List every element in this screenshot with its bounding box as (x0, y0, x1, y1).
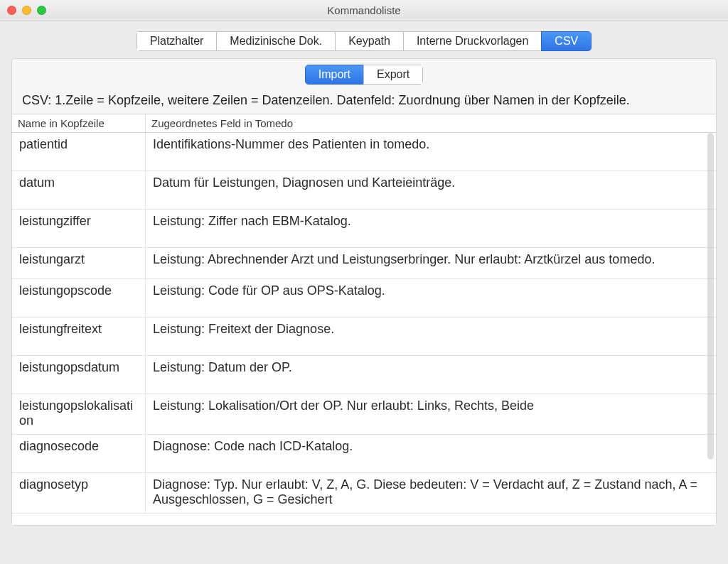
tab-platzhalter[interactable]: Platzhalter (136, 31, 217, 51)
subtab-export[interactable]: Export (363, 65, 423, 85)
table-header: Name in Kopfzeile Zugeordnetes Feld in T… (12, 114, 716, 133)
tab-medizinische-dok[interactable]: Medizinische Dok. (216, 31, 335, 51)
window-title: Kommandoliste (327, 4, 400, 16)
table-row[interactable]: leistungarzt Leistung: Abrechnender Arzt… (12, 248, 716, 279)
header-name[interactable]: Name in Kopfzeile (12, 114, 146, 132)
tab-interne-druckvorlagen[interactable]: Interne Druckvorlagen (403, 31, 541, 51)
cell-name: leistungarzt (12, 248, 146, 278)
table-row[interactable]: leistungziffer Leistung: Ziffer nach EBM… (12, 210, 716, 248)
titlebar: Kommandoliste (0, 0, 728, 21)
content-area: Platzhalter Medizinische Dok. Keypath In… (0, 21, 728, 564)
tab-keypath[interactable]: Keypath (335, 31, 403, 51)
table-row[interactable]: patientid Identifikations-Nummer des Pat… (12, 133, 716, 171)
cell-desc: Diagnose: Code nach ICD-Katalog. (146, 435, 716, 472)
cell-desc: Datum für Leistungen, Diagnosen und Kart… (146, 171, 716, 209)
window-controls (7, 6, 46, 15)
header-field[interactable]: Zugeordnetes Feld in Tomedo (146, 114, 716, 132)
window: Kommandoliste Platzhalter Medizinische D… (0, 0, 728, 564)
cell-name: leistungopsdatum (12, 356, 146, 394)
minimize-icon[interactable] (22, 6, 31, 15)
zoom-icon[interactable] (37, 6, 46, 15)
info-text: CSV: 1.Zeile = Kopfzeile, weitere Zeilen… (12, 90, 716, 114)
inner-panel: Import Export CSV: 1.Zeile = Kopfzeile, … (11, 58, 717, 526)
cell-desc: Leistung: Datum der OP. (146, 356, 716, 394)
cell-desc: Leistung: Abrechnender Arzt und Leistung… (146, 248, 716, 278)
table-row[interactable]: diagnosecode Diagnose: Code nach ICD-Kat… (12, 435, 716, 473)
cell-name: leistungziffer (12, 210, 146, 247)
table-row[interactable]: diagnosetyp Diagnose: Typ. Nur erlaubt: … (12, 473, 716, 514)
close-icon[interactable] (7, 6, 16, 15)
table-row[interactable]: datum Datum für Leistungen, Diagnosen un… (12, 171, 716, 210)
sub-tabs: Import Export (12, 65, 716, 85)
mapping-table: Name in Kopfzeile Zugeordnetes Feld in T… (12, 114, 716, 525)
scrollbar[interactable] (707, 133, 714, 460)
cell-name: leistungopslokalisation (12, 394, 146, 434)
cell-desc: Diagnose: Typ. Nur erlaubt: V, Z, A, G. … (146, 473, 716, 513)
cell-name: diagnosecode (12, 435, 146, 472)
subtab-import[interactable]: Import (305, 65, 363, 85)
cell-desc: Leistung: Ziffer nach EBM-Katalog. (146, 210, 716, 247)
cell-name: datum (12, 171, 146, 209)
cell-desc: Identifikations-Nummer des Patienten in … (146, 133, 716, 170)
cell-name: leistungfreitext (12, 318, 146, 355)
cell-name: diagnosetyp (12, 473, 146, 513)
table-body[interactable]: patientid Identifikations-Nummer des Pat… (12, 133, 716, 525)
cell-desc: Leistung: Lokalisation/Ort der OP. Nur e… (146, 394, 716, 434)
cell-name: leistungopscode (12, 279, 146, 317)
cell-desc: Leistung: Freitext der Diagnose. (146, 318, 716, 355)
cell-name: patientid (12, 133, 146, 170)
table-row[interactable]: leistungopscode Leistung: Code für OP au… (12, 279, 716, 318)
main-tabs: Platzhalter Medizinische Dok. Keypath In… (11, 31, 717, 51)
table-row[interactable]: leistungopsdatum Leistung: Datum der OP. (12, 356, 716, 394)
cell-desc: Leistung: Code für OP aus OPS-Katalog. (146, 279, 716, 317)
tab-csv[interactable]: CSV (541, 31, 592, 51)
table-row[interactable]: leistungfreitext Leistung: Freitext der … (12, 318, 716, 356)
table-row[interactable]: leistungopslokalisation Leistung: Lokali… (12, 394, 716, 435)
